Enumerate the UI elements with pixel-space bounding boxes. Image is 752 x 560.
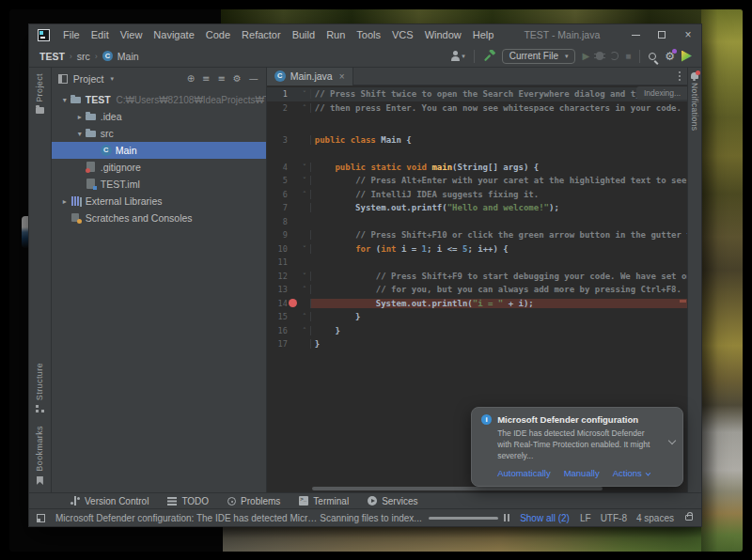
toolwindow-version-control[interactable]: Version Control [70, 496, 149, 506]
line-number[interactable]: 11 [267, 257, 288, 267]
menu-view[interactable]: View [115, 29, 149, 40]
tree-item-src[interactable]: ▾src [52, 125, 266, 142]
tree-item--gitignore[interactable]: .gitignore [52, 159, 266, 176]
line-number[interactable]: 14 [267, 299, 288, 308]
menu-window[interactable]: Window [419, 29, 467, 40]
tree-expander-icon[interactable]: ▸ [59, 197, 70, 206]
tree-expander-icon[interactable]: ▸ [74, 113, 86, 121]
code-line[interactable]: 12ˇ // Press Shift+F9 to start debugging… [267, 270, 687, 284]
code-line[interactable]: 15ˆ } [267, 310, 687, 324]
collapse-all-icon[interactable]: ≡ [217, 74, 225, 84]
stripe-notifications-label[interactable]: Notifications [690, 83, 699, 132]
line-number[interactable]: 1 [267, 89, 288, 99]
run-button[interactable]: ▶ [582, 51, 589, 61]
menu-code[interactable]: Code [200, 29, 236, 40]
select-opened-file-icon[interactable]: ⊕ [187, 74, 195, 84]
minimize-button[interactable] [622, 24, 649, 45]
tree-item-main[interactable]: CMain [52, 142, 266, 159]
fold-marker-icon[interactable]: ˆ [299, 327, 310, 334]
notifications-bell-icon[interactable] [691, 72, 698, 79]
coverage-button[interactable] [610, 52, 619, 60]
line-number[interactable]: 4 [267, 163, 288, 172]
line-number[interactable]: 2 [267, 103, 288, 113]
profile-button[interactable]: ▾ [450, 51, 465, 61]
tree-item-test[interactable]: ▾TESTC:₩Users₩82108₩IdeaProjects₩TEST [52, 91, 266, 108]
fold-marker-icon[interactable]: ˇ [299, 90, 310, 98]
code-line[interactable]: 11 [267, 256, 687, 270]
chevron-down-icon[interactable]: ▾ [110, 75, 114, 83]
tool-window-toggle-icon[interactable] [37, 514, 45, 522]
hide-panel-icon[interactable]: — [249, 74, 258, 84]
project-panel-title[interactable]: Project [73, 73, 104, 85]
tree-item--idea[interactable]: ▸.idea [52, 108, 266, 125]
horizontal-scrollbar[interactable] [312, 487, 603, 490]
code-line[interactable]: 10ˇ for (int i = 1; i <= 5; i++) { [267, 242, 687, 257]
menu-edit[interactable]: Edit [86, 29, 115, 40]
line-number[interactable]: 9 [267, 230, 288, 240]
line-number[interactable]: 6 [267, 190, 288, 199]
line-number[interactable]: 12 [267, 272, 288, 281]
file-lock-icon[interactable] [685, 515, 693, 521]
stripe-structure-button[interactable]: Structure [35, 363, 44, 412]
settings-gear-icon[interactable]: ⚙ [665, 51, 675, 62]
menu-tools[interactable]: Tools [351, 29, 386, 40]
indent-indicator[interactable]: 4 spaces [636, 513, 674, 523]
menu-file[interactable]: File [57, 29, 86, 40]
menu-refactor[interactable]: Refactor [236, 29, 287, 40]
code-line[interactable]: 17} [267, 337, 687, 351]
manually-link[interactable]: Manually [564, 468, 600, 478]
tree-item-external-libraries[interactable]: ▸External Libraries [52, 193, 266, 210]
line-number[interactable]: 5 [267, 176, 288, 185]
code-line[interactable]: 13ˆ // for you, but you can always add m… [267, 283, 687, 297]
tree-expander-icon[interactable]: ▾ [59, 96, 70, 104]
fold-marker-icon[interactable]: ˇ [299, 163, 310, 171]
status-message[interactable]: Microsoft Defender configuration: The ID… [55, 513, 320, 523]
line-number[interactable]: 10 [267, 244, 288, 254]
gutter-breakpoint-area[interactable] [288, 299, 299, 307]
code-line[interactable]: 5ˇ // Press Alt+Enter with your caret at… [267, 174, 687, 188]
show-all-link[interactable]: Show all (2) [520, 513, 570, 523]
tree-item-scratches-and-consoles[interactable]: Scratches and Consoles [52, 210, 266, 226]
menu-build[interactable]: Build [287, 29, 321, 40]
menu-vcs[interactable]: VCS [386, 29, 419, 40]
toolwindow-services[interactable]: Services [368, 496, 417, 506]
toolwindow-todo[interactable]: TODO [167, 496, 209, 506]
menu-run[interactable]: Run [321, 29, 351, 40]
expand-all-icon[interactable]: ≡ [202, 74, 210, 84]
line-number[interactable]: 16 [267, 326, 288, 335]
panel-settings-icon[interactable]: ⚙ [233, 74, 242, 84]
fold-marker-icon[interactable]: ˇ [299, 245, 310, 253]
pause-indexing-icon[interactable] [504, 514, 509, 521]
code-line[interactable]: 14 System.out.println("i = " + i); [267, 297, 687, 311]
editor-options-kebab-icon[interactable] [679, 71, 681, 81]
code-line[interactable]: 16ˆ } [267, 324, 687, 338]
stop-button[interactable]: ■ [625, 51, 631, 61]
run-configuration-select[interactable]: Current File ▾ [502, 49, 576, 64]
toolwindow-problems[interactable]: Problems [227, 496, 280, 506]
code-line[interactable]: 2ˆ// then press Enter. You can now see w… [267, 101, 687, 116]
tab-main-java[interactable]: C Main.java × [267, 68, 353, 86]
automatically-link[interactable]: Automatically [497, 468, 551, 478]
close-button[interactable]: × [675, 24, 701, 45]
search-everywhere-icon[interactable] [649, 53, 656, 60]
fold-marker-icon[interactable]: ˆ [299, 313, 310, 320]
tree-item-test-iml[interactable]: TEST.iml [52, 176, 266, 193]
breadcrumb-item[interactable]: Main [118, 51, 139, 62]
line-ending-indicator[interactable]: LF [580, 513, 591, 523]
fold-marker-icon[interactable]: ˇ [299, 177, 310, 184]
stripe-bookmarks-button[interactable]: Bookmarks [35, 426, 44, 485]
expand-chevron-icon[interactable] [668, 437, 676, 444]
actions-menu-link[interactable]: Actions [613, 468, 649, 478]
line-number[interactable]: 3 [267, 135, 288, 145]
line-number[interactable]: 15 [267, 312, 288, 321]
menu-navigate[interactable]: Navigate [148, 29, 199, 40]
code-line[interactable]: 8 [267, 215, 687, 229]
fold-marker-icon[interactable]: ˇ [299, 272, 310, 280]
fold-marker-icon[interactable]: ˆ [299, 191, 310, 198]
debug-button[interactable] [596, 52, 603, 60]
build-hammer-icon[interactable] [483, 50, 495, 62]
line-number[interactable]: 7 [267, 203, 288, 212]
stripe-project-button[interactable]: Project [35, 73, 44, 114]
menu-help[interactable]: Help [467, 29, 500, 40]
code-line[interactable]: 3public class Main { [267, 133, 687, 148]
